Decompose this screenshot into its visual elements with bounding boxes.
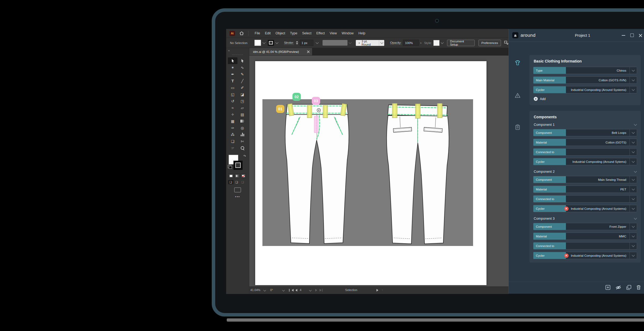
direct-selection-tool[interactable] [237,57,247,64]
perspective-grid-tool[interactable]: ▤ [237,111,247,118]
line-segment-tool[interactable]: ╱ [237,78,247,84]
component-row[interactable]: Component Belt Loops [533,129,637,136]
chevron-down-icon[interactable] [316,41,319,44]
home-icon[interactable] [239,31,244,35]
fill-color-dropdown[interactable] [254,40,265,46]
rectangle-tool[interactable]: ▭ [228,84,237,91]
menu-edit[interactable]: Edit [262,29,273,38]
menu-type[interactable]: Type [288,29,300,38]
brush-definition-dropdown[interactable] [323,40,347,46]
cycler-row[interactable]: Cycler Industrial Composting (Around Syt… [533,158,637,165]
dropdown-segment[interactable] [630,186,637,193]
slice-tool[interactable]: ✄ [237,138,247,145]
component-row[interactable]: Component Main Sewing Thread [533,176,637,183]
dropdown-segment[interactable] [630,149,637,155]
artboard-tool[interactable]: ❏ [228,138,237,145]
collapse-status-icon[interactable]: ‹ [382,288,383,291]
menu-help[interactable]: Help [356,29,368,38]
style-swatch[interactable] [433,40,440,46]
menu-view[interactable]: View [327,29,339,38]
width-tool[interactable]: ≈ [228,104,237,111]
cycler-row[interactable]: Cycler Industrial Composting (Around Sys… [533,86,637,93]
menu-effect[interactable]: Effect [314,29,327,38]
connected-to-row[interactable]: Connected to [533,148,637,156]
opacity-more-icon[interactable]: › [420,41,421,45]
opacity-label[interactable]: Opacity: [390,41,401,45]
component-marker-01[interactable]: 01 [276,105,284,113]
play-icon[interactable] [376,289,378,292]
stroke-swatch[interactable] [268,40,274,46]
preferences-button[interactable]: Preferences [478,40,501,46]
minimize-icon[interactable] [622,35,625,36]
paintbrush-tool[interactable]: ✐ [237,84,247,91]
default-fill-stroke-icon[interactable] [228,165,231,168]
component-marker-03[interactable]: 03 [312,97,320,105]
color-button[interactable] [228,174,234,178]
gradient-tool[interactable] [237,118,247,124]
component-marker-02[interactable]: 02 [292,93,301,101]
dropdown-segment[interactable] [630,223,637,230]
next-artboard-icon[interactable] [315,289,317,292]
chevron-down-icon[interactable] [349,41,352,44]
draw-normal-button[interactable]: ❏ [228,180,233,184]
arrange-documents-icon[interactable] [504,41,508,45]
stroke-weight-stepper[interactable] [296,41,298,45]
dropdown-segment[interactable] [630,205,637,212]
document-setup-button[interactable]: Document Setup [447,40,475,46]
zoom-dropdown-icon[interactable] [264,289,266,292]
curvature-tool[interactable]: ✎ [237,71,247,78]
lasso-tool[interactable]: ∿ [237,64,247,71]
component-1-header[interactable]: Component 1 [534,123,636,127]
canvas[interactable]: 01 02 03 [249,56,508,286]
menu-object[interactable]: Object [273,29,288,38]
previous-artboard-icon[interactable] [295,289,297,292]
zoom-tool[interactable] [237,145,247,151]
scale-tool[interactable]: ◳ [237,98,247,104]
add-button[interactable]: Add [534,97,637,101]
connected-to-row[interactable]: Connected to [533,242,637,249]
hide-layers-icon[interactable] [615,285,621,291]
material-row[interactable]: Material MMC [533,233,637,240]
clothing-tab-icon[interactable] [515,60,521,66]
last-artboard-icon[interactable] [320,289,321,292]
free-transform-tool[interactable]: ▱ [237,104,247,111]
rotation-value[interactable]: 0° [270,288,273,292]
document-tab[interactable]: idm.ai @ 41.04 % (RGB/Preview) [249,48,312,55]
symbol-sprayer-tool[interactable]: ⁂ [228,131,237,138]
draw-behind-button[interactable]: ❏ [234,180,239,184]
dropdown-segment[interactable] [630,158,637,165]
component-row[interactable]: Component Front Zipper [533,223,637,230]
chevron-segment[interactable] [379,40,384,46]
draw-inside-button[interactable]: ❏ [240,180,245,184]
variable-width-profile-dropdown[interactable]: •3 pt. Round [356,40,384,46]
dropdown-segment[interactable] [630,176,637,183]
swap-fill-stroke-icon[interactable]: ↷ [243,154,246,158]
close-tab-icon[interactable] [307,50,309,53]
collapse-panel-icon[interactable]: « [228,49,230,52]
hand-tool[interactable]: ☞ [228,145,237,151]
screen-mode-button[interactable] [234,187,241,192]
stroke-label[interactable]: Stroke: [284,41,294,45]
eraser-tool[interactable]: ◪ [237,91,247,98]
rotation-dropdown-icon[interactable] [282,289,285,292]
dropdown-segment[interactable] [630,139,637,146]
menu-window[interactable]: Window [339,29,356,38]
stroke-color-control[interactable] [233,161,243,170]
menu-select[interactable]: Select [300,29,314,38]
maximize-icon[interactable] [630,34,634,37]
dropdown-segment[interactable] [630,67,637,74]
fill-swatch[interactable] [254,40,261,46]
type-row[interactable]: Type Chinos [533,67,637,74]
stroke-weight-input[interactable]: 1 px [300,40,314,46]
warning-tab-icon[interactable] [515,93,521,98]
report-tab-icon[interactable] [515,124,521,130]
menu-file[interactable]: File [252,29,262,38]
rotate-tool[interactable]: ↺ [228,98,237,104]
artboard-dropdown-icon[interactable] [309,289,312,292]
shape-builder-tool[interactable]: ◱ [228,91,237,98]
main-material-row[interactable]: Main Material Cotton (GOTS /IVN) [533,76,637,84]
dropdown-segment[interactable] [630,242,637,249]
blend-tool[interactable]: ◎ [237,124,247,131]
dropdown-segment[interactable] [630,233,637,240]
graph-tool[interactable] [237,131,247,138]
